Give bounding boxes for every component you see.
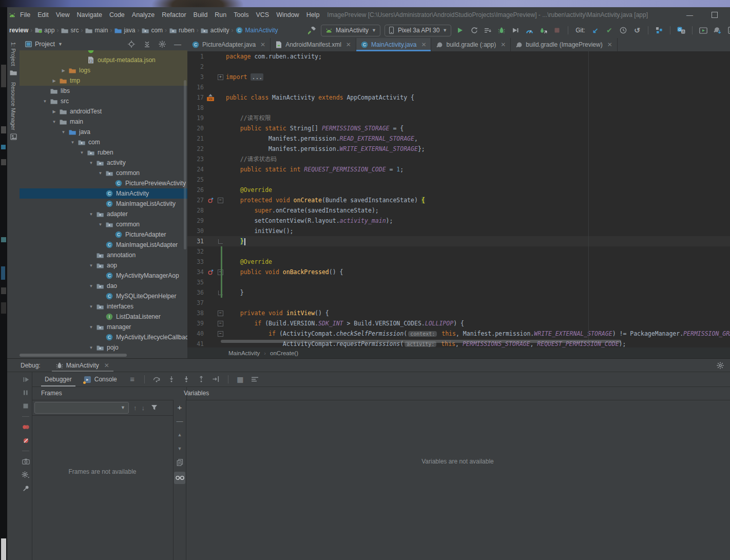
- editor-tab-mainactivity-java[interactable]: CMainActivity.java✕: [356, 38, 432, 51]
- menu-build[interactable]: Build: [190, 11, 212, 18]
- show-watches-icon[interactable]: [175, 473, 184, 482]
- editor-tab-build-gradle-imagepreview-[interactable]: build.gradle (ImagePreview)✕: [511, 38, 617, 51]
- restore-layout-icon[interactable]: ▦: [236, 375, 245, 384]
- debug-session-tab[interactable]: MainActivity ✕: [52, 359, 113, 372]
- filter-icon[interactable]: [149, 403, 159, 412]
- nav-item-mainactivity[interactable]: CMainActivity: [234, 27, 279, 34]
- code-line-23[interactable]: 23 //请求状态码: [187, 154, 730, 164]
- settings-icon[interactable]: [158, 40, 167, 49]
- pause-icon[interactable]: [21, 388, 30, 397]
- tree-item-logs[interactable]: ▶logs: [20, 65, 187, 75]
- tree-item-pictureadapter[interactable]: CPictureAdapter: [20, 229, 187, 240]
- code-line-27[interactable]: 27− protected void onCreate(Bundle saved…: [187, 195, 730, 205]
- project-view-title[interactable]: Project: [35, 41, 55, 48]
- menu-tools[interactable]: Tools: [230, 11, 252, 18]
- run-to-cursor-icon[interactable]: [212, 375, 221, 384]
- view-breakpoints-icon[interactable]: [21, 422, 30, 432]
- close-tab-icon[interactable]: ✕: [260, 41, 265, 48]
- nav-item-main[interactable]: main: [84, 27, 109, 34]
- attach-debugger-process-icon[interactable]: [539, 26, 548, 35]
- code-line-22[interactable]: 22 Manifest.permission.WRITE_EXTERNAL_ST…: [187, 144, 730, 154]
- code-editor[interactable]: 1package com.ruben.activity;23+import ..…: [187, 51, 730, 347]
- attach-debugger-icon[interactable]: [511, 26, 520, 35]
- tree-vertical-scrollbar[interactable]: [184, 80, 186, 249]
- menu-window[interactable]: Window: [273, 11, 302, 18]
- tree-item-src[interactable]: ▼src: [20, 96, 187, 106]
- code-line-33[interactable]: 33 @Override: [187, 257, 730, 267]
- run-configuration-select[interactable]: MainActivity▼: [321, 25, 380, 36]
- pin-icon[interactable]: [21, 484, 30, 493]
- breadcrumb-method[interactable]: onCreate(): [270, 350, 298, 356]
- tool-window-button-1-project[interactable]: 1: Project: [7, 42, 20, 78]
- expand-arrow-icon[interactable]: ▶: [59, 68, 68, 73]
- thread-dropdown[interactable]: ▼: [34, 402, 129, 414]
- step-out-icon[interactable]: [197, 375, 206, 384]
- code-line-31[interactable]: 31 }: [187, 236, 730, 246]
- code-line-25[interactable]: 25: [187, 175, 730, 185]
- git-rollback-icon[interactable]: ↺: [632, 26, 642, 35]
- debug-icon[interactable]: [497, 26, 506, 35]
- nav-item-java[interactable]: java: [113, 27, 136, 34]
- tree-item-picturepreviewactivity[interactable]: CPicturePreviewActivity: [20, 178, 187, 188]
- tree-item-activity[interactable]: ▼activity: [20, 158, 187, 168]
- build-hammer-icon[interactable]: [308, 26, 317, 35]
- locate-icon[interactable]: [127, 40, 136, 49]
- menu-view[interactable]: View: [52, 11, 73, 18]
- git-commit-icon[interactable]: ✔: [605, 26, 614, 35]
- close-tab-icon[interactable]: ✕: [346, 41, 351, 48]
- collapse-arrow-icon[interactable]: ▼: [77, 150, 87, 155]
- tree-item-libs[interactable]: libs: [20, 86, 187, 96]
- avd-manager-icon[interactable]: [699, 26, 708, 35]
- editor-tab-androidmanifest-xml[interactable]: AndroidManifest.xml✕: [271, 38, 356, 51]
- tree-item-dao[interactable]: ▼dao: [20, 281, 187, 291]
- nav-item-com[interactable]: com: [140, 27, 164, 34]
- collapse-arrow-icon[interactable]: ▼: [86, 345, 96, 350]
- tree-item-mainimagelistadapter[interactable]: CMainImageListAdapter: [20, 240, 187, 250]
- collapse-arrow-icon[interactable]: ▼: [86, 325, 96, 330]
- menu-edit[interactable]: Edit: [34, 11, 52, 18]
- collapse-arrow-icon[interactable]: ▼: [95, 171, 105, 176]
- code-line-17[interactable]: 17<>public class MainActivity extends Ap…: [187, 92, 730, 103]
- collapse-arrow-icon[interactable]: ▼: [86, 304, 96, 309]
- debug-settings-gear-icon[interactable]: [716, 361, 725, 370]
- collapse-arrow-icon[interactable]: ▼: [49, 120, 59, 124]
- code-line-26[interactable]: 26 @Override: [187, 185, 730, 195]
- menu-refactor[interactable]: Refactor: [158, 11, 189, 18]
- tree-item-java[interactable]: ▼java: [20, 127, 187, 137]
- debug-tab-debugger[interactable]: Debugger: [39, 372, 78, 387]
- code-line-34[interactable]: 34− public void onBackPressed() {: [187, 267, 730, 277]
- close-tab-icon[interactable]: ✕: [607, 41, 612, 48]
- menu-run[interactable]: Run: [211, 11, 230, 18]
- collapse-arrow-icon[interactable]: ▼: [95, 222, 105, 227]
- restart-activity-icon[interactable]: [469, 26, 478, 35]
- close-tab-icon[interactable]: ✕: [501, 41, 506, 48]
- code-line-18[interactable]: 18: [187, 103, 730, 113]
- force-step-into-icon[interactable]: [182, 375, 191, 384]
- tree-item-manager[interactable]: ▼manager: [20, 322, 187, 332]
- frame-down-icon[interactable]: ↓: [142, 404, 145, 412]
- code-line-38[interactable]: 38− private void initView() {: [187, 308, 730, 318]
- override-method-gutter-icon[interactable]: [204, 196, 217, 204]
- gradle-sync-icon[interactable]: [713, 26, 722, 35]
- expand-arrow-icon[interactable]: ▶: [49, 109, 59, 114]
- code-line-2[interactable]: 2: [187, 62, 730, 72]
- close-icon[interactable]: ✕: [104, 362, 109, 369]
- code-line-40[interactable]: 40− if (ActivityCompat.checkSelfPermissi…: [187, 329, 730, 339]
- collapse-arrow-icon[interactable]: ▼: [86, 212, 96, 217]
- project-structure-icon[interactable]: [655, 26, 664, 35]
- close-tab-icon[interactable]: ✕: [421, 41, 426, 48]
- tree-item-partial[interactable]: [20, 50, 187, 55]
- tree-item-main[interactable]: ▼main: [20, 117, 187, 127]
- menu-code[interactable]: Code: [106, 11, 128, 18]
- fold-collapse-icon[interactable]: −: [217, 311, 224, 316]
- tree-item-androidtest[interactable]: ▶androidTest: [20, 106, 187, 117]
- stop-debug-icon[interactable]: [21, 401, 30, 411]
- code-line-24[interactable]: 24 public static int REQUEST_PERMISSION_…: [187, 164, 730, 175]
- editor-tab-pictureadapter-java[interactable]: CPictureAdapter.java✕: [187, 38, 271, 51]
- override-method-gutter-icon[interactable]: [204, 268, 217, 276]
- tree-item-mainimagelistactivity[interactable]: CMainImageListActivity: [20, 199, 187, 209]
- menu-analyze[interactable]: Analyze: [128, 11, 158, 18]
- code-line-3[interactable]: 3+import ...: [187, 72, 730, 82]
- step-over-icon[interactable]: [152, 375, 161, 384]
- code-line-16[interactable]: 16: [187, 82, 730, 92]
